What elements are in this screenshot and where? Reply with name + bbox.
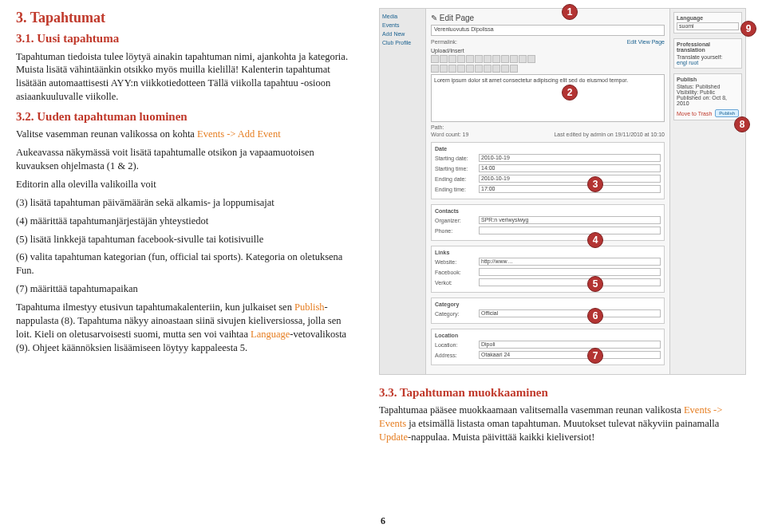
text: -nappulaa. Muista päivittää kaikki kieli… (408, 432, 594, 443)
content-editor[interactable]: Lorem ipsum dolor sit amet consectetur a… (431, 74, 665, 122)
page-number: 6 (381, 515, 385, 527)
label: Phone: (435, 228, 479, 234)
wp-main: ✎ Edit Page Verenluovutus Dipolissa Perm… (426, 9, 669, 374)
input-start-date[interactable]: 2010-10-19 (479, 154, 661, 162)
para-32b: Aukeavassa näkymässä voit lisätä tapahtu… (16, 146, 359, 173)
sidebar-item[interactable]: Add New (382, 30, 423, 38)
permalink-label: Permalink: (431, 39, 457, 45)
publish-box: Publish Status: Published Visibility: Pu… (673, 73, 742, 120)
input-location[interactable]: Dipoli (479, 341, 661, 349)
links-heading: Links (435, 250, 661, 255)
trans-langs[interactable]: engl ruot (677, 60, 739, 65)
input-end-date[interactable]: 2010-10-19 (479, 175, 661, 183)
select-language[interactable]: suomi (677, 22, 739, 30)
publish-button[interactable]: Publish (715, 109, 739, 117)
heading-tapahtumat: 3. Tapahtumat (16, 8, 359, 27)
badge-1: 1 (562, 4, 578, 20)
translation-heading: Professional translation (677, 41, 739, 53)
contacts-box: Contacts Organizer:SPR:n veriwysiwyg Pho… (431, 204, 665, 241)
label: Website: (435, 259, 479, 265)
input-address[interactable]: Otakaari 24 (479, 351, 661, 359)
para-32c: Editorin alla olevilla valikoilla voit (16, 178, 359, 191)
input-start-time[interactable]: 14:00 (479, 164, 661, 172)
label: Translate yourself: (677, 54, 739, 60)
publish-heading: Publish (677, 77, 739, 82)
last-edited: Last edited by admin on 19/11/2010 at 10… (554, 132, 665, 137)
title-input[interactable]: Verenluovutus Dipolissa (431, 25, 665, 36)
label: Starting time: (435, 166, 479, 171)
text: Valitse vasemman reunan valikossa on koh… (16, 128, 197, 140)
date-box: Date Starting date:2010-10-19 Starting t… (431, 142, 665, 199)
text-language: Language (251, 329, 290, 340)
sidebar-item[interactable]: Club Profile (382, 38, 423, 47)
date-heading: Date (435, 146, 661, 152)
item-4: (4) määrittää tapahtumanjärjestäjän yhte… (16, 215, 359, 228)
badge-8: 8 (734, 116, 750, 132)
editor-toolbar[interactable] (431, 55, 665, 63)
contacts-heading: Contacts (435, 208, 661, 214)
badge-4: 4 (587, 232, 603, 248)
location-heading: Location (435, 333, 661, 338)
editor-toolbar-2[interactable] (431, 65, 665, 73)
language-heading: Language (677, 15, 739, 21)
input-phone[interactable] (479, 227, 661, 234)
label: Ending time: (435, 187, 479, 192)
label: Category: (435, 311, 479, 317)
badge-7: 7 (587, 348, 603, 364)
select-category[interactable]: Official (479, 309, 661, 317)
language-box: Language suomi (673, 12, 742, 33)
heading-32: 3.2. Uuden tapahtuman luominen (16, 108, 359, 124)
item-3: (3) lisätä tapahtuman päivämäärän sekä a… (16, 196, 359, 210)
badge-3: 3 (587, 176, 603, 192)
edit-view-buttons[interactable]: Edit View Page (627, 39, 665, 45)
item-6: (6) valita tapahtuman kategorian (fun, o… (16, 250, 359, 278)
text: ja etsimällä listasta oman tapahtuman. M… (406, 418, 719, 429)
badge-2: 2 (562, 85, 578, 100)
sidebar-item[interactable]: Events (382, 21, 423, 30)
label: Address: (435, 353, 479, 358)
input-end-time[interactable]: 17:00 (479, 185, 661, 193)
para-33: Tapahtumaa pääsee muokkaamaan valitsemal… (379, 404, 746, 444)
label: Organizer: (435, 218, 479, 223)
text: Tapahtumaa pääsee muokkaamaan valitsemal… (379, 404, 684, 416)
visibility-text: Visibility: Public (677, 89, 739, 95)
input-organizer[interactable]: SPR:n veriwysiwyg (479, 216, 661, 224)
badge-9: 9 (740, 21, 756, 37)
label: Location: (435, 342, 479, 348)
wp-right-sidebar: Language suomi Professional translation … (669, 9, 745, 374)
input-verkot[interactable] (479, 278, 661, 286)
label: Starting date: (435, 156, 479, 161)
input-website[interactable]: http://www… (479, 258, 661, 266)
upload-label: Upload/Insert (431, 48, 665, 53)
text-update: Update (379, 432, 408, 443)
sidebar-item[interactable]: Media (382, 12, 423, 21)
editor-path: Path: (431, 124, 665, 130)
badge-6: 6 (587, 308, 603, 324)
category-box: Category Category:Official (431, 298, 665, 324)
text-publish: Publish (294, 301, 325, 313)
para-32d: Tapahtuma ilmestyy etusivun tapahtumakal… (16, 301, 359, 355)
wp-sidebar: Media Events Add New Club Profile (380, 9, 426, 374)
text: Tapahtuma ilmestyy etusivun tapahtumakal… (16, 301, 294, 313)
heading-31: 3.1. Uusi tapahtuma (16, 30, 359, 46)
heading-33: 3.3. Tapahtuman muokkaaminen (379, 384, 746, 400)
badge-5: 5 (587, 276, 603, 292)
label: Ending date: (435, 176, 479, 182)
links-box: Links Website:http://www… Facebook: Verk… (431, 246, 665, 293)
link-events-add: Events -> Add Event (197, 128, 281, 140)
label: Verkot: (435, 280, 479, 286)
category-heading: Category (435, 301, 661, 307)
para-32-intro: Valitse vasemman reunan valikossa on koh… (16, 128, 359, 141)
input-facebook[interactable] (479, 268, 661, 276)
translation-box: Professional translation Translate yours… (673, 38, 742, 69)
page-heading: ✎ Edit Page (431, 14, 665, 22)
location-box: Location Location:Dipoli Address:Otakaar… (431, 329, 665, 365)
status-text: Status: Published (677, 84, 739, 89)
word-count: Word count: 19 (431, 132, 468, 137)
publish-date: Published on: Oct 8, 2010 (677, 95, 739, 106)
label: Facebook: (435, 270, 479, 275)
trash-link[interactable]: Move to Trash (677, 111, 712, 116)
para-31: Tapahtuman tiedoista tulee löytyä ainaki… (16, 50, 359, 104)
item-5: (5) lisätä linkkejä tapahtuman facebook-… (16, 233, 359, 246)
screenshot-wp-editor: Media Events Add New Club Profile ✎ Edit… (379, 8, 746, 375)
